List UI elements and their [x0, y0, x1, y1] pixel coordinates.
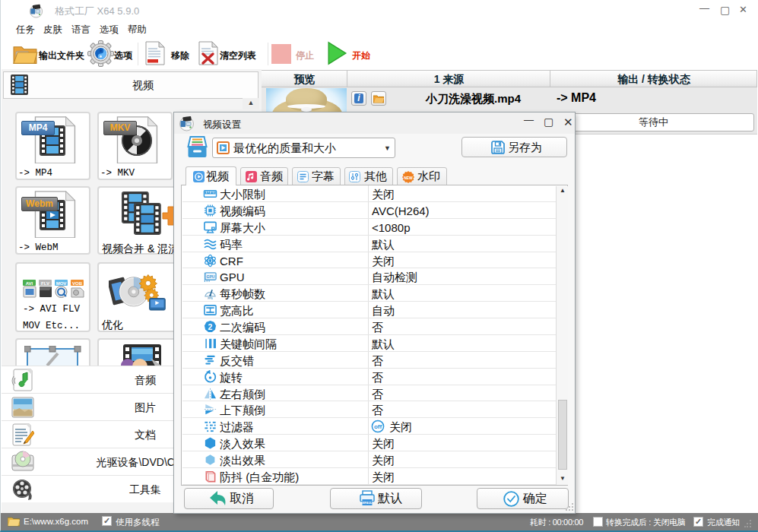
- svg-text:FPS: FPS: [208, 297, 213, 300]
- svg-text:off: off: [374, 423, 382, 430]
- svg-text:FLV: FLV: [41, 281, 49, 286]
- svg-text:DEFAULT: DEFAULT: [361, 502, 374, 505]
- svg-text:NEW: NEW: [404, 176, 413, 180]
- svg-text:AVI: AVI: [26, 281, 33, 286]
- svg-text:GPU: GPU: [206, 274, 214, 279]
- svg-text:MOV: MOV: [56, 281, 67, 286]
- svg-text:2: 2: [208, 323, 213, 331]
- svg-text:VOB: VOB: [72, 281, 83, 286]
